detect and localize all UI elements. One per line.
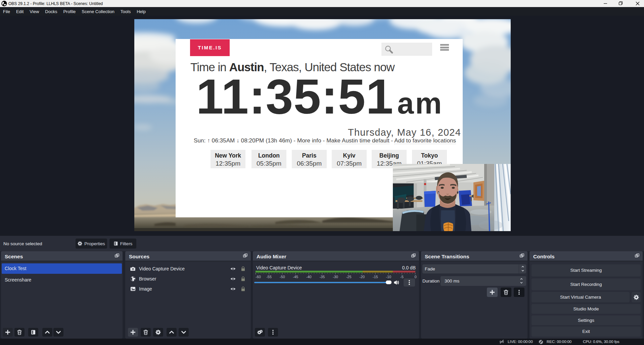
svg-text:-60: -60	[256, 275, 261, 279]
svg-text:-5: -5	[400, 275, 404, 279]
svg-text:-55: -55	[266, 275, 272, 279]
svg-text:-25: -25	[346, 275, 352, 279]
svg-text:-20: -20	[359, 275, 365, 279]
svg-text:0: 0	[414, 275, 416, 279]
svg-text:-30: -30	[333, 275, 338, 279]
svg-text:-45: -45	[293, 275, 298, 279]
svg-text:-50: -50	[280, 275, 285, 279]
svg-text:-10: -10	[386, 275, 391, 279]
svg-text:-15: -15	[373, 275, 378, 279]
svg-text:-40: -40	[306, 275, 312, 279]
svg-text:-35: -35	[319, 275, 325, 279]
